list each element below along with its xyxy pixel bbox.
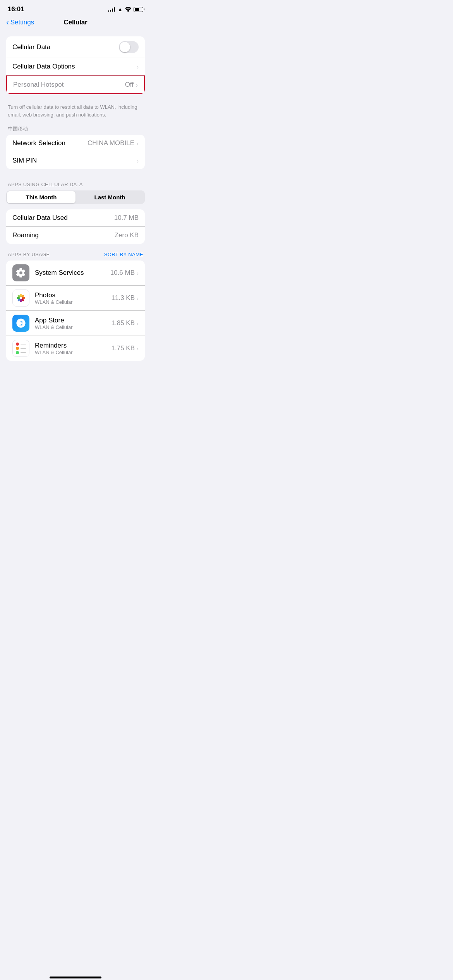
network-selection-label: Network Selection — [12, 139, 65, 147]
roaming-value: Zero KB — [115, 231, 139, 239]
back-button[interactable]: ‹ Settings — [6, 18, 34, 27]
this-month-tab[interactable]: This Month — [7, 191, 76, 203]
appstore-size: 1.85 KB › — [112, 319, 139, 327]
cellular-data-options-label: Cellular Data Options — [12, 63, 75, 70]
app-sub: WLAN & Cellular — [35, 299, 106, 305]
chevron-icon: › — [137, 270, 139, 276]
reminders-info: Reminders WLAN & Cellular — [35, 342, 106, 355]
sort-by-name-button[interactable]: SORT BY NAME — [104, 252, 143, 257]
apps-by-usage-label: APPS BY USAGE — [8, 252, 50, 257]
photos-app-icon — [12, 290, 29, 307]
back-chevron-icon: ‹ — [6, 18, 9, 27]
nav-bar: ‹ Settings Cellular — [0, 15, 151, 30]
status-time: 16:01 — [8, 5, 24, 13]
list-item[interactable]: App Store WLAN & Cellular 1.85 KB › — [6, 311, 145, 336]
chevron-icon: › — [137, 345, 139, 352]
size-value: 1.75 KB — [112, 344, 135, 352]
battery-icon — [134, 7, 143, 12]
cellular-data-label: Cellular Data — [12, 43, 50, 51]
photos-info: Photos WLAN & Cellular — [35, 291, 106, 305]
app-name: Photos — [35, 291, 106, 299]
data-stats-card: Cellular Data Used 10.7 MB Roaming Zero … — [6, 209, 145, 244]
appstore-info: App Store WLAN & Cellular — [35, 317, 106, 330]
app-name: App Store — [35, 317, 106, 324]
content-area: Cellular Data Cellular Data Options › Pe… — [0, 30, 151, 373]
month-segment-control[interactable]: This Month Last Month — [6, 190, 145, 204]
carrier-label: 中国移动 — [0, 124, 151, 135]
signal-bars-icon — [108, 7, 115, 12]
cellular-data-toggle[interactable] — [119, 41, 139, 53]
cellular-data-used-label: Cellular Data Used — [12, 214, 68, 222]
system-services-info: System Services — [35, 269, 105, 277]
size-value: 1.85 KB — [112, 319, 135, 327]
apps-by-usage-header: APPS BY USAGE SORT BY NAME — [0, 250, 151, 260]
appstore-svg-icon — [15, 318, 26, 329]
chevron-icon: › — [137, 295, 139, 302]
page-title: Cellular — [64, 19, 88, 26]
sim-pin-row[interactable]: SIM PIN › — [6, 152, 145, 169]
list-item[interactable]: Photos WLAN & Cellular 11.3 KB › — [6, 286, 145, 311]
chevron-icon: › — [136, 82, 138, 88]
network-selection-row[interactable]: Network Selection CHINA MOBILE › — [6, 135, 145, 152]
app-list: System Services 10.6 MB › — [6, 260, 145, 361]
back-label: Settings — [10, 19, 34, 26]
cellular-data-used-row: Cellular Data Used 10.7 MB — [6, 209, 145, 227]
app-sub: WLAN & Cellular — [35, 324, 106, 330]
cellular-data-used-value: 10.7 MB — [114, 214, 139, 222]
svg-point-9 — [20, 297, 22, 299]
wifi-icon: ▲︎ — [117, 6, 123, 12]
app-name: System Services — [35, 269, 105, 277]
list-item[interactable]: Reminders WLAN & Cellular 1.75 KB › — [6, 336, 145, 361]
network-group: Network Selection CHINA MOBILE › SIM PIN… — [6, 135, 145, 169]
status-bar: 16:01 ▲︎ — [0, 0, 151, 15]
reminders-size: 1.75 KB › — [112, 344, 139, 352]
chevron-icon: › — [137, 158, 139, 164]
last-month-tab[interactable]: Last Month — [76, 191, 144, 203]
status-icons: ▲︎ — [108, 6, 143, 12]
photos-size: 11.3 KB › — [112, 294, 139, 302]
photos-svg-icon — [15, 292, 27, 304]
cellular-description: Turn off cellular data to restrict all d… — [0, 100, 151, 124]
wifi-icon — [125, 7, 131, 12]
cellular-data-options-right: › — [137, 63, 139, 70]
cellular-data-row[interactable]: Cellular Data — [6, 36, 145, 58]
app-sub: WLAN & Cellular — [35, 350, 106, 355]
toggle-thumb — [120, 42, 130, 52]
sim-pin-right: › — [137, 158, 139, 164]
roaming-label: Roaming — [12, 231, 39, 239]
cellular-main-group: Cellular Data Cellular Data Options › Pe… — [6, 36, 145, 94]
personal-hotspot-row[interactable]: Personal Hotspot Off › — [6, 75, 145, 94]
chevron-icon: › — [137, 320, 139, 327]
system-services-size: 10.6 MB › — [110, 269, 139, 277]
network-selection-value: CHINA MOBILE — [88, 139, 134, 147]
system-services-icon — [12, 264, 29, 281]
sim-pin-label: SIM PIN — [12, 157, 37, 164]
appstore-app-icon — [12, 315, 29, 332]
roaming-row: Roaming Zero KB — [6, 227, 145, 244]
personal-hotspot-right: Off › — [125, 81, 138, 89]
chevron-icon: › — [137, 140, 139, 147]
personal-hotspot-label: Personal Hotspot — [13, 81, 63, 89]
network-selection-right: CHINA MOBILE › — [88, 139, 139, 147]
size-value: 10.6 MB — [110, 269, 135, 277]
cellular-data-options-row[interactable]: Cellular Data Options › — [6, 58, 145, 75]
reminders-app-icon — [12, 340, 29, 357]
gear-svg-icon — [16, 268, 26, 278]
chevron-icon: › — [137, 63, 139, 70]
personal-hotspot-value: Off — [125, 81, 134, 89]
list-item[interactable]: System Services 10.6 MB › — [6, 260, 145, 286]
app-name: Reminders — [35, 342, 106, 350]
apps-section-label: APPS USING CELLULAR DATA — [0, 175, 151, 190]
size-value: 11.3 KB — [112, 294, 135, 302]
